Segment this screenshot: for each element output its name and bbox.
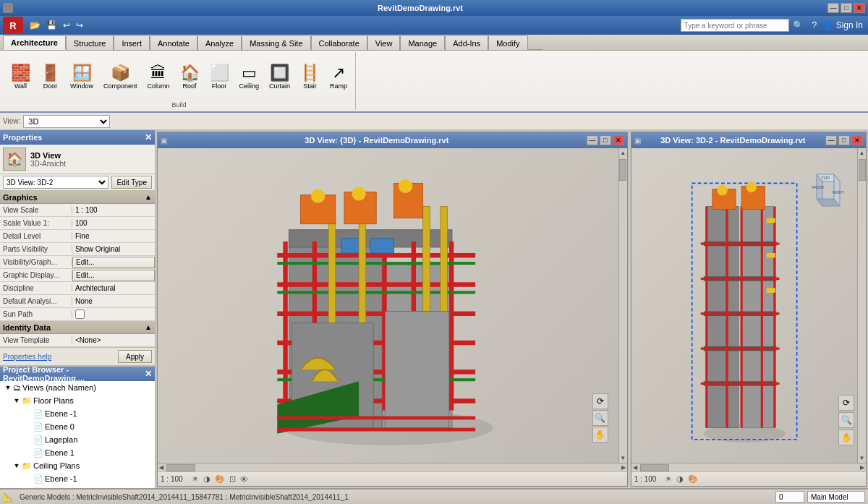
vscroll2-up-arrow[interactable]: ▲ [858,148,866,158]
tab-massing[interactable]: Massing & Site [242,35,310,50]
tree-item-ebene0-fp[interactable]: 📄 Ebene 0 [0,420,155,433]
help-btn[interactable]: ? [810,19,820,32]
prop-view-dropdown[interactable]: 3D View: 3D-2 [3,176,109,189]
column-btn[interactable]: 🏛 Column [144,63,174,92]
graphics-collapse-btn[interactable]: ▲ [145,193,152,201]
edit-type-button[interactable]: Edit Type [111,176,152,189]
close-button[interactable]: ✕ [854,3,865,13]
vp-toolbar-render-btn[interactable]: 🎨 [213,474,226,484]
apply-button[interactable]: Apply [118,350,152,363]
qat-undo-btn[interactable]: ↩ [61,19,72,32]
identity-collapse-btn[interactable]: ▲ [145,323,152,331]
project-browser-tree[interactable]: ▼ 🗂 Views (nach Namen) ▼ 📁 Floor Plans 📄… [0,381,155,488]
vp2-toolbar-render-btn[interactable]: 🎨 [686,474,699,484]
nav-orbit-btn[interactable]: ⟳ [592,393,608,409]
prop-value-partsvis[interactable]: Show Original [72,245,155,253]
properties-help-link[interactable]: Properties help [3,353,115,361]
tab-structure[interactable]: Structure [66,35,114,50]
nav-orbit-btn-2[interactable]: ⟳ [838,395,854,411]
vp-toolbar-shadow-btn[interactable]: ◑ [202,474,212,484]
viewport-3d2-minimize-btn[interactable]: — [825,135,837,145]
vscroll-up-arrow[interactable]: ▲ [618,148,626,158]
vscroll-thumb[interactable] [619,159,626,181]
qat-open-btn[interactable]: 📂 [27,19,43,32]
window-btn[interactable]: 🪟 Window [67,63,97,92]
tree-toggle-views[interactable]: ▼ [3,384,13,391]
floor-btn[interactable]: ⬜ Floor [206,63,233,92]
ramp-btn[interactable]: ↗ Ramp [326,63,351,92]
viewport-3d2-maximize-btn[interactable]: □ [838,135,850,145]
viewport-3d2-vscrollbar[interactable]: ▲ ▼ [857,148,866,463]
vscroll2-down-arrow[interactable]: ▼ [858,453,866,463]
tree-item-views[interactable]: ▼ 🗂 Views (nach Namen) [0,381,155,394]
qat-redo-btn[interactable]: ↪ [74,19,85,32]
qat-save-btn[interactable]: 💾 [44,19,59,32]
tab-view[interactable]: View [367,35,401,50]
viewport-3d2-hscrollbar[interactable]: ◀ ▶ [631,463,866,471]
viewport-3d-minimize-btn[interactable]: — [587,135,598,145]
prop-value-viewscale[interactable]: 1 : 100 [72,206,155,214]
prop-graphicdisplay-edit-btn[interactable]: Edit... [72,270,155,281]
tree-item-ceilingplans[interactable]: ▼ 📁 Ceiling Plans [0,459,155,472]
properties-close-btn[interactable]: ✕ [145,132,152,142]
viewport-3d-vscrollbar[interactable]: ▲ ▼ [618,148,627,463]
wall-btn[interactable]: 🧱 Wall [7,63,34,92]
prop-value-discipline[interactable]: Architectural [72,284,155,292]
nav-zoom-btn[interactable]: 🔍 [592,410,608,426]
tree-item-floorplans[interactable]: ▼ 📁 Floor Plans [0,394,155,407]
vscroll2-thumb[interactable] [859,159,866,181]
prop-visibility-edit-btn[interactable]: Edit... [72,257,155,268]
curtain-btn[interactable]: 🔲 Curtain [265,63,294,92]
prop-sunpath-checkbox[interactable] [75,309,85,319]
tab-addins[interactable]: Add-Ins [445,35,488,50]
tab-modify[interactable]: Modify [488,35,527,50]
tree-item-ebene-m1-cp[interactable]: 📄 Ebene -1 [0,472,155,485]
prop-value-scalevalue[interactable]: 100 [72,219,155,227]
prop-value-viewtemplate[interactable]: <None> [72,336,155,344]
tab-insert[interactable]: Insert [114,35,150,50]
vscroll-down-arrow[interactable]: ▼ [618,453,626,463]
view-selector-dropdown[interactable]: 3D Floor Plans Ceiling Plans [23,115,110,128]
hscroll-thumb[interactable] [166,464,195,471]
search-btn[interactable]: 🔍 [791,19,806,32]
tab-collaborate[interactable]: Collaborate [311,35,367,50]
vp-toolbar-hide-btn[interactable]: 👁 [239,475,250,484]
tree-item-lageplan[interactable]: 📄 Lageplan [0,433,155,446]
project-browser-close-btn[interactable]: ✕ [145,369,152,379]
tree-toggle-floorplans[interactable]: ▼ [12,397,22,404]
component-btn[interactable]: 📦 Component [100,63,141,92]
tab-analyze[interactable]: Analyze [197,35,242,50]
viewport-3d-maximize-btn[interactable]: □ [600,135,611,145]
tree-item-ebene-m1-fp[interactable]: 📄 Ebene -1 [0,407,155,420]
door-btn[interactable]: 🚪 Door [37,63,64,92]
tree-item-ebene0-cp[interactable]: 📄 Ebene 0 [0,485,155,488]
minimize-button[interactable]: — [827,3,839,13]
tree-item-ebene1-fp[interactable]: 📄 Ebene 1 [0,446,155,459]
viewport-3d2-content[interactable]: TOP FRONT RIGHT ⟳ 🔍 ✋ [631,148,857,463]
search-input[interactable] [681,19,789,32]
roof-btn[interactable]: 🏠 Roof [176,63,203,92]
sign-in-btn[interactable]: 👤 Sign In [820,19,865,32]
vp-toolbar-crop-btn[interactable]: ⊡ [228,474,237,484]
viewport-3d2-close-btn[interactable]: ✕ [851,135,863,145]
viewport-3d-hscrollbar[interactable]: ◀ ▶ [158,463,627,471]
tab-manage[interactable]: Manage [400,35,445,50]
maximize-button[interactable]: □ [841,3,852,13]
tab-architecture[interactable]: Architecture [3,35,66,50]
tab-annotate[interactable]: Annotate [150,35,197,50]
nav-pan-btn-2[interactable]: ✋ [838,430,854,445]
hscroll2-thumb[interactable] [640,464,669,471]
vp2-toolbar-shadow-btn[interactable]: ◑ [675,474,685,484]
nav-pan-btn[interactable]: ✋ [592,427,608,443]
viewcube[interactable]: TOP FRONT RIGHT [802,168,848,215]
tree-toggle-ceilingplans[interactable]: ▼ [12,462,22,469]
viewport-3d-close-btn[interactable]: ✕ [613,135,624,145]
nav-zoom-btn-2[interactable]: 🔍 [838,412,854,428]
vp2-toolbar-sun-btn[interactable]: ☀ [663,474,673,484]
prop-value-detaillevel[interactable]: Fine [72,232,155,240]
vp-toolbar-sun-btn[interactable]: ☀ [190,474,200,484]
viewport-3d-content[interactable]: ⟳ 🔍 ✋ [158,148,618,463]
ceiling-btn[interactable]: ▭ Ceiling [236,63,263,92]
stairs-btn[interactable]: 🪜 Stair [297,63,323,92]
prop-value-defaultanalysis[interactable]: None [72,297,155,305]
